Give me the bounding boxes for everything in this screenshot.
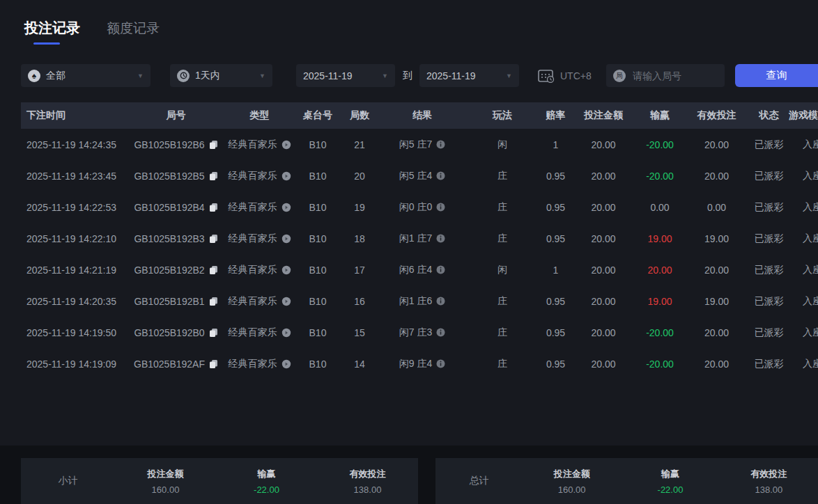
- column-header-time: 下注时间: [21, 109, 129, 122]
- column-header-status: 状态: [749, 109, 789, 122]
- replay-icon[interactable]: [281, 328, 291, 338]
- result-cell: 闲7 庄3: [380, 326, 465, 339]
- replay-icon[interactable]: [281, 234, 291, 244]
- copy-icon[interactable]: [209, 171, 218, 181]
- copy-icon[interactable]: [209, 297, 218, 306]
- info-icon[interactable]: [436, 234, 445, 243]
- table-header-row: 下注时间局号类型桌台号局数结果玩法赔率投注金额输赢有效投注状态游戏模式: [21, 102, 818, 129]
- timezone-label: UTC+8: [560, 70, 592, 81]
- bet-time-cell: 2025-11-19 14:23:45: [21, 171, 129, 182]
- result-cell: 闲6 庄4: [380, 264, 465, 276]
- total-win-loss-label: 输赢: [621, 468, 719, 480]
- round-id-cell: GB1025B192B3: [129, 233, 223, 244]
- copy-icon[interactable]: [209, 140, 218, 150]
- replay-icon[interactable]: [281, 359, 291, 369]
- result-cell: 闲1 庄7: [380, 233, 465, 245]
- subtotal-bet-amount-value: 160.00: [115, 485, 216, 495]
- game-type-text: 经典百家乐: [229, 326, 277, 339]
- date-to-picker[interactable]: 2025-11-19 ▼: [419, 64, 519, 87]
- play-cell: 庄: [465, 201, 540, 214]
- table-no-cell: B10: [296, 359, 339, 370]
- status-cell: 已派彩: [749, 170, 789, 182]
- bet-amount-cell: 20.00: [571, 171, 635, 182]
- win-loss-cell: 19.00: [635, 296, 684, 307]
- round-no-cell: 20: [339, 171, 380, 182]
- info-icon[interactable]: [436, 171, 445, 180]
- round-no-cell: 17: [339, 265, 380, 276]
- subtotal-win-loss-label: 输赢: [216, 468, 317, 480]
- info-icon[interactable]: [436, 265, 445, 274]
- column-header-valid_bet: 有效投注: [684, 109, 749, 122]
- status-cell: 已派彩: [749, 201, 789, 214]
- copy-icon[interactable]: [209, 203, 218, 212]
- win-loss-cell: 19.00: [635, 233, 684, 244]
- replay-icon[interactable]: [281, 297, 291, 306]
- odds-cell: 0.95: [540, 327, 571, 338]
- column-header-bet_amount: 投注金额: [571, 109, 635, 122]
- info-icon[interactable]: [436, 359, 445, 368]
- round-id-cell: GB1025B192B2: [129, 265, 223, 276]
- info-icon[interactable]: [436, 328, 445, 337]
- column-header-result: 结果: [380, 109, 465, 122]
- play-cell: 庄: [465, 295, 540, 308]
- result-cell: 闲0 庄0: [380, 201, 465, 214]
- valid-bet-cell: 0.00: [684, 202, 749, 213]
- odds-cell: 1: [540, 265, 571, 276]
- round-no-cell: 18: [339, 233, 380, 244]
- round-id-cell: GB1025B192B1: [129, 296, 223, 307]
- game-category-dropdown[interactable]: ♠ 全部 ▼: [21, 64, 151, 87]
- game-mode-cell: 入座模式: [789, 264, 818, 276]
- table-row: 2025-11-19 14:22:10GB1025B192B3经典百家乐B101…: [21, 223, 818, 254]
- copy-icon[interactable]: [209, 359, 218, 369]
- round-search-input[interactable]: [631, 70, 712, 82]
- round-id-text: GB1025B192B6: [134, 139, 204, 150]
- valid-bet-cell: 20.00: [684, 327, 749, 338]
- info-icon[interactable]: [436, 297, 445, 306]
- column-header-odds: 赔率: [540, 109, 571, 122]
- replay-icon[interactable]: [281, 140, 291, 150]
- status-cell: 已派彩: [749, 264, 789, 276]
- valid-bet-cell: 19.00: [684, 233, 749, 244]
- calendar-clock-icon[interactable]: [538, 69, 555, 83]
- bet-amount-cell: 20.00: [571, 139, 635, 150]
- result-text: 闲9 庄4: [399, 358, 432, 370]
- info-icon[interactable]: [436, 140, 445, 149]
- replay-icon[interactable]: [281, 171, 291, 181]
- subtotal-valid-bet-value: 138.00: [317, 485, 418, 495]
- subtotal-title: 小计: [21, 475, 115, 487]
- result-text: 闲6 庄4: [399, 264, 432, 276]
- result-cell: 闲5 庄4: [380, 170, 465, 182]
- replay-icon[interactable]: [281, 203, 291, 212]
- round-id-cell: GB1025B192B6: [129, 139, 223, 150]
- table-no-cell: B10: [296, 296, 339, 307]
- tab-quota-records[interactable]: 额度记录: [107, 19, 160, 38]
- copy-icon[interactable]: [209, 328, 218, 338]
- column-header-round_id: 局号: [129, 109, 223, 122]
- info-icon[interactable]: [436, 203, 445, 212]
- query-button[interactable]: 查询: [735, 64, 818, 87]
- subtotal-valid-bet-label: 有效投注: [317, 468, 418, 480]
- game-type-cell: 经典百家乐: [223, 295, 296, 308]
- total-title: 总计: [435, 475, 523, 487]
- valid-bet-cell: 20.00: [684, 359, 749, 370]
- result-text: 闲5 庄7: [399, 139, 432, 151]
- time-range-dropdown[interactable]: 1天内 ▼: [170, 64, 272, 87]
- copy-icon[interactable]: [209, 265, 218, 275]
- date-from-picker[interactable]: 2025-11-19 ▼: [296, 64, 395, 87]
- game-type-text: 经典百家乐: [229, 264, 277, 276]
- copy-icon[interactable]: [209, 234, 218, 244]
- date-to-value: 2025-11-19: [426, 70, 476, 81]
- round-no-cell: 14: [339, 359, 380, 370]
- play-cell: 庄: [465, 326, 540, 339]
- tab-bet-records[interactable]: 投注记录: [24, 19, 80, 38]
- play-cell: 闲: [465, 264, 540, 276]
- game-type-text: 经典百家乐: [229, 358, 277, 370]
- round-no-cell: 19: [339, 202, 380, 213]
- subtotal-bet-amount-label: 投注金额: [115, 468, 216, 480]
- bet-time-cell: 2025-11-19 14:19:50: [21, 327, 129, 338]
- game-category-value: 全部: [46, 70, 65, 82]
- table-no-cell: B10: [296, 233, 339, 244]
- bet-time-cell: 2025-11-19 14:22:53: [21, 202, 129, 213]
- round-id-text: GB1025B192B2: [134, 265, 204, 276]
- replay-icon[interactable]: [281, 265, 291, 275]
